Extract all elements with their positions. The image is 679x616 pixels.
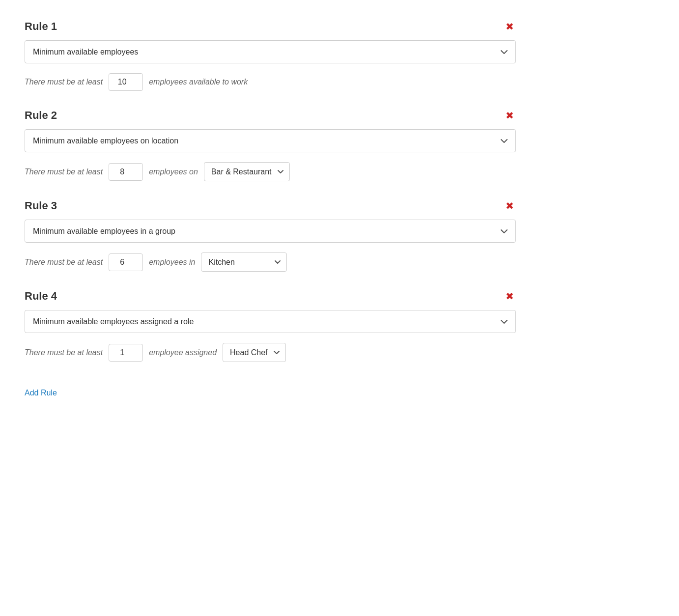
rule-2-condition: There must be at leastemployees onBar & … <box>25 162 516 181</box>
delete-rule-4-button[interactable]: ✖ <box>504 289 516 303</box>
add-rule-button[interactable]: Add Rule <box>25 385 57 401</box>
rule-1-condition: There must be at leastemployees availabl… <box>25 73 516 91</box>
delete-rule-1-button[interactable]: ✖ <box>504 20 516 33</box>
rule-3-condition: There must be at leastemployees inKitche… <box>25 252 516 272</box>
rule-block-4: Rule 4✖Minimum available employeesMinimu… <box>25 289 516 362</box>
rule-2-type-select[interactable]: Minimum available employeesMinimum avail… <box>25 129 516 152</box>
delete-rule-3-button[interactable]: ✖ <box>504 199 516 213</box>
rule-1-number-input[interactable] <box>109 73 143 91</box>
rule-2-prefix: There must be at least <box>25 168 103 176</box>
rule-4-condition: There must be at leastemployee assignedH… <box>25 343 516 362</box>
rule-title-3: Rule 3 <box>25 199 57 212</box>
rule-2-suffix: employees on <box>149 168 198 176</box>
rule-title-4: Rule 4 <box>25 290 57 303</box>
rule-3-type-select[interactable]: Minimum available employeesMinimum avail… <box>25 220 516 243</box>
rule-3-prefix: There must be at least <box>25 258 103 267</box>
rule-3-suffix: employees in <box>149 258 195 267</box>
rule-1-prefix: There must be at least <box>25 78 103 86</box>
rule-block-1: Rule 1✖Minimum available employeesMinimu… <box>25 20 516 91</box>
rule-header-3: Rule 3✖ <box>25 199 516 213</box>
rule-3-condition-select[interactable]: KitchenBarRestaurantBar & Restaurant <box>201 252 287 272</box>
rule-1-type-select[interactable]: Minimum available employeesMinimum avail… <box>25 40 516 63</box>
delete-rule-2-button[interactable]: ✖ <box>504 109 516 122</box>
rule-header-2: Rule 2✖ <box>25 109 516 122</box>
rule-block-2: Rule 2✖Minimum available employeesMinimu… <box>25 109 516 181</box>
rule-2-condition-select[interactable]: Bar & RestaurantKitchenBarRestaurant <box>204 162 290 181</box>
rule-4-suffix: employee assigned <box>149 348 217 357</box>
rule-title-1: Rule 1 <box>25 20 57 33</box>
rule-2-number-input[interactable] <box>109 163 143 181</box>
rule-header-4: Rule 4✖ <box>25 289 516 303</box>
rule-title-2: Rule 2 <box>25 109 57 122</box>
rule-header-1: Rule 1✖ <box>25 20 516 33</box>
rule-4-number-input[interactable] <box>109 344 143 362</box>
rule-4-type-select[interactable]: Minimum available employeesMinimum avail… <box>25 310 516 333</box>
rule-1-suffix: employees available to work <box>149 78 248 86</box>
rule-4-condition-select[interactable]: Head ChefSous ChefWaiterManager <box>223 343 286 362</box>
rule-3-number-input[interactable] <box>109 253 143 271</box>
rule-4-prefix: There must be at least <box>25 348 103 357</box>
rule-block-3: Rule 3✖Minimum available employeesMinimu… <box>25 199 516 272</box>
